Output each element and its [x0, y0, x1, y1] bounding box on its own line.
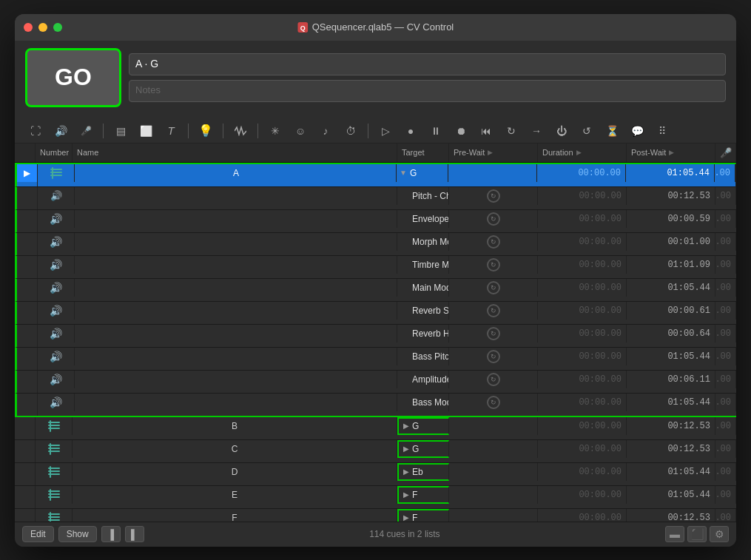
mic-btn[interactable]: 🎤: [75, 122, 96, 140]
table-row[interactable]: 🔊 Bass Mode recall - Channel 13 ↻ 00:00.…: [15, 394, 736, 417]
td-arrow-5: [17, 279, 38, 297]
td-duration-E: 01:05.44: [627, 486, 715, 504]
asterisk-btn[interactable]: ✳: [265, 122, 286, 140]
postwait-sort-icon: ▶: [669, 149, 674, 156]
table-row[interactable]: 🔊 Main Mode recall - Channel 5 ↻ 00:00.0…: [15, 279, 736, 302]
table-row[interactable]: 🔊 Bass Pitch - Channel 9 ↻ 00:00.00 01:0…: [15, 348, 736, 371]
edit-button[interactable]: Edit: [22, 526, 54, 542]
td-icon-audio-7: 🔊: [38, 325, 75, 343]
minimize-button[interactable]: [38, 23, 47, 32]
close-button[interactable]: [24, 23, 33, 32]
chat-btn[interactable]: 💬: [627, 122, 647, 140]
panel-right-btn[interactable]: ▌: [125, 526, 144, 542]
text-btn[interactable]: T: [161, 122, 181, 140]
td-name-B: ▶ G: [397, 417, 449, 435]
pause-btn[interactable]: ⏸: [425, 122, 446, 140]
list-view-btn[interactable]: ▬: [665, 526, 684, 542]
wave-btn[interactable]: [230, 122, 251, 140]
loop-btn[interactable]: ↻: [501, 122, 522, 140]
statusbar: Edit Show ▐ ▌ 114 cues in 2 lists ▬ ⬛ ⚙: [15, 522, 736, 547]
table-row[interactable]: 🔊 Pitch - Channel 1 G4 ↻ 00:00.00 00:12.…: [15, 187, 736, 210]
td-number-B: B: [73, 417, 397, 435]
table-row[interactable]: 🔊 Morph Mod - Channel 3 ↻ 00:00.00 00:01…: [15, 233, 736, 256]
td-duration-6: 00:00.61: [627, 302, 715, 320]
light-btn[interactable]: 💡: [195, 122, 216, 140]
maximize-button[interactable]: [53, 23, 62, 32]
table-row[interactable]: C ▶ G 00:00.00 00:12.53 00:00.00: [15, 440, 736, 463]
power-btn[interactable]: ⏻: [551, 122, 572, 140]
expand-arrow[interactable]: ▼: [400, 169, 407, 177]
play-btn[interactable]: ▷: [375, 122, 396, 140]
timer-btn[interactable]: ⏳: [602, 122, 622, 140]
table-row[interactable]: ▶ A ▼ G 00:00.00 01:05.44 00:: [15, 163, 736, 187]
td-name-8: Bass Pitch - Channel 9: [397, 348, 449, 365]
stop-btn[interactable]: ●: [400, 122, 421, 140]
grid-btn[interactable]: ⠿: [652, 122, 673, 140]
go-button[interactable]: GO: [25, 48, 121, 107]
table-row[interactable]: B ▶ G 00:00.00 00:12.53 00:00.00: [15, 417, 736, 440]
split-view-btn[interactable]: ⬛: [687, 526, 707, 542]
td-mic-B: [15, 435, 36, 439]
table-row[interactable]: 🔊 Envelope - Channel 2 ↻ 00:00.00 00:00.…: [15, 210, 736, 233]
table-row[interactable]: 🔊 Timbre Mod - Channel 4 ↻ 00:00.00 01:0…: [15, 256, 736, 279]
td-target-2: ↻: [449, 210, 538, 228]
fullscreen-btn[interactable]: ⛶: [25, 122, 46, 140]
smiley-btn[interactable]: ☺: [290, 122, 311, 140]
td-postwait-7: 00:00.00: [715, 325, 736, 343]
table-header: Number Name Target Pre-Wait ▶ Duration ▶…: [15, 144, 736, 163]
table-row[interactable]: 🔊 Amplitude LFO - Channel 10 ↻ 00:00.00 …: [15, 371, 736, 394]
panel-btn[interactable]: ⬜: [135, 122, 156, 140]
expand-arrow-E[interactable]: ▶: [403, 490, 409, 499]
target-cv-icon-6: ↻: [487, 304, 500, 317]
td-arrow-B: [15, 417, 36, 435]
panel-left-btn[interactable]: ▐: [101, 526, 121, 542]
td-number-F: F: [73, 509, 397, 522]
td-number-4: [75, 256, 397, 274]
table-row[interactable]: F ▶ F 00:00.00 00:12.53 00:00.00: [15, 509, 736, 522]
th-duration[interactable]: Duration ▶: [538, 144, 627, 162]
th-target: Target: [397, 144, 449, 162]
td-name-4: Timbre Mod - Channel 4: [397, 256, 449, 274]
list-btn[interactable]: ▤: [110, 122, 131, 140]
settings-btn[interactable]: ⚙: [710, 526, 729, 542]
expand-arrow-C[interactable]: ▶: [403, 445, 409, 453]
td-prewait-5: 00:00.00: [538, 279, 627, 297]
table-row[interactable]: 🔊 Reverb High Filter - Channel 8 ↻ 00:00…: [15, 325, 736, 348]
cue-notes-field[interactable]: Notes: [129, 80, 726, 102]
td-icon-group-E: [36, 486, 73, 504]
table-row[interactable]: D ▶ Eb 00:00.00 01:05.44 00:00.00: [15, 463, 736, 486]
th-number: Number: [36, 144, 73, 162]
td-number-C: C: [73, 440, 397, 458]
td-prewait-6: 00:00.00: [538, 302, 627, 320]
skip-back-btn[interactable]: ⏮: [476, 122, 496, 140]
td-number-1: [75, 187, 397, 205]
td-icon-audio-5: 🔊: [38, 279, 75, 297]
td-icon-audio-9: 🔊: [38, 371, 75, 388]
td-target-3: ↻: [449, 233, 538, 251]
table-row[interactable]: E ▶ F 00:00.00 01:05.44 00:00.00: [15, 486, 736, 509]
th-prewait[interactable]: Pre-Wait ▶: [449, 144, 538, 162]
td-name-1: Pitch - Channel 1 G4: [397, 187, 449, 205]
music-btn[interactable]: ♪: [315, 122, 336, 140]
td-icon-audio-1: 🔊: [38, 187, 75, 205]
th-postwait[interactable]: Post-Wait ▶: [627, 144, 715, 162]
td-target-5: ↻: [449, 279, 538, 297]
next-btn[interactable]: →: [526, 122, 547, 140]
table-body[interactable]: ▶ A ▼ G 00:00.00 01:05.44 00:: [15, 163, 736, 522]
show-button[interactable]: Show: [58, 526, 97, 542]
target-cv-icon-2: ↻: [487, 212, 500, 226]
td-postwait-8: 00:00.00: [715, 348, 736, 365]
td-number-3: [75, 233, 397, 251]
td-duration-1: 00:12.53: [627, 187, 715, 205]
expand-arrow-F[interactable]: ▶: [403, 513, 409, 522]
td-prewait-B: 00:00.00: [538, 417, 627, 435]
reset-btn[interactable]: ↺: [576, 122, 597, 140]
clock-btn[interactable]: ⏱: [340, 122, 361, 140]
expand-arrow-B[interactable]: ▶: [403, 422, 409, 430]
cue-name-field[interactable]: A · G: [129, 53, 726, 75]
speaker-btn[interactable]: 🔊: [50, 122, 71, 140]
record-btn[interactable]: ⏺: [451, 122, 471, 140]
td-duration-D: 01:05.44: [627, 463, 715, 481]
table-row[interactable]: 🔊 Reverb Size - Channel 7 ↻ 00:00.00 00:…: [15, 302, 736, 325]
expand-arrow-D[interactable]: ▶: [403, 468, 409, 476]
